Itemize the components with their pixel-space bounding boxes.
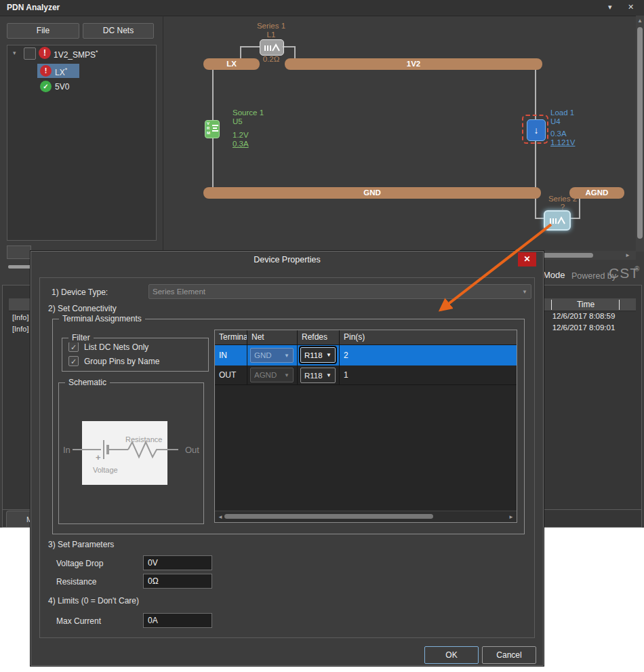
chevron-down-icon: ▼	[284, 353, 289, 359]
table-header-row: Terminal Net Refdes Pin(s)	[215, 330, 517, 345]
wire	[282, 46, 296, 47]
parameters-label: 3) Set Parameters	[48, 540, 114, 549]
load-refdes: U4	[550, 117, 561, 125]
source-voltage: 1.2V	[233, 131, 249, 139]
header-terminal: Terminal	[215, 330, 247, 344]
resistance-label: Resistance	[56, 577, 96, 587]
filter-label: Filter	[68, 333, 94, 342]
load-voltage[interactable]: 1.121V	[550, 138, 575, 146]
tree-row-lx-selected[interactable]: ! LX*	[37, 64, 79, 78]
cell-terminal: OUT	[215, 365, 247, 384]
tree-item-lx-label: LX*	[55, 66, 67, 77]
voltage-drop-field[interactable]	[143, 555, 212, 570]
schematic-resistance-label: Resistance	[125, 435, 162, 443]
cell-refdes: R118 ▼	[298, 365, 340, 384]
net-value: AGND	[254, 371, 277, 379]
refdes-dropdown[interactable]: R118 ▼	[300, 368, 336, 383]
window-close-icon[interactable]: ✕	[628, 3, 634, 12]
scroll-up-icon[interactable]: ▲	[637, 18, 643, 24]
load-name: Load 1	[550, 108, 574, 117]
source-current[interactable]: 0.3A	[233, 140, 249, 148]
schematic-symbol	[67, 416, 196, 490]
chevron-down-icon: ▼	[326, 372, 331, 378]
schematic-voltage-label: Voltage	[93, 466, 118, 474]
device-type-dropdown: Series Element ▼	[148, 284, 531, 299]
dialog-close-button[interactable]: ✕	[518, 252, 536, 266]
net-bar-lx[interactable]: LX	[203, 58, 260, 70]
cell-refdes: R118 ▼	[298, 345, 340, 365]
window-menu-icon[interactable]: ▾	[608, 3, 612, 12]
refdes-dropdown[interactable]: R118 ▼	[300, 347, 336, 363]
vrm-source-icon[interactable]: V R M	[205, 120, 220, 138]
device-properties-dialog: Device Properties ✕ 1) Device Type: Seri…	[31, 251, 544, 666]
limits-label: 4) Limits (0 = Don't Care)	[48, 596, 139, 606]
refdes-value: R118	[304, 351, 323, 359]
checkbox-group-pins[interactable]: ✓	[68, 356, 79, 366]
tree-expander-icon[interactable]: ▾	[13, 50, 16, 56]
table-row-out[interactable]: OUT AGND ▼ R118 ▼ 1	[215, 365, 517, 385]
checkbox-list-dc-nets-label[interactable]: List DC Nets Only	[84, 342, 148, 352]
net-tree-panel: ▾ ! 1V2_SMPS* ! LX* ✓ 5V0	[7, 45, 157, 241]
registered-mark: ®	[635, 265, 639, 273]
refdes-value: R118	[304, 372, 323, 380]
net-dropdown-gnd: GND ▼	[250, 348, 294, 363]
table-row-in[interactable]: IN GND ▼ R118 ▼ 2	[215, 345, 517, 365]
net-bar-1v2[interactable]: 1V2	[285, 58, 542, 70]
checkbox-list-dc-nets[interactable]: ✓	[68, 342, 79, 352]
message-row[interactable]: [Info]	[12, 313, 28, 321]
dc-nets-button[interactable]: DC Nets	[83, 23, 154, 39]
load-current: 0.3A	[550, 130, 567, 138]
wire	[240, 46, 260, 47]
series1-refdes: L1	[244, 31, 298, 39]
source-refdes: U5	[233, 117, 243, 125]
series1-component-icon[interactable]	[260, 39, 284, 56]
error-icon: !	[39, 47, 51, 59]
source-name: Source 1	[233, 108, 264, 117]
resistance-field[interactable]	[143, 574, 212, 589]
battery-bar	[213, 127, 217, 129]
max-current-field[interactable]	[143, 613, 212, 628]
chevron-down-icon: ▼	[522, 289, 527, 295]
dialog-title: Device Properties	[31, 252, 543, 268]
ok-check-icon: ✓	[40, 81, 52, 92]
terminal-assignments-label: Terminal Assignments	[59, 314, 145, 323]
tree-row-root[interactable]: ▾ ! 1V2_SMPS*	[7, 45, 156, 63]
voltage-drop-label: Voltage Drop	[56, 559, 103, 568]
message-time[interactable]: 12/6/2017 8:09:01	[529, 323, 638, 332]
vscroll-thumb[interactable]	[637, 27, 643, 239]
max-current-label: Max Current	[56, 616, 101, 626]
battery-resistor-glyph	[262, 43, 281, 53]
chevron-down-icon: ▼	[284, 372, 289, 378]
canvas-vscrollbar[interactable]: ▲	[636, 16, 644, 252]
load-icon[interactable]: ↓	[527, 119, 546, 141]
header-refdes: Refdes	[298, 330, 340, 344]
scroll-left-icon[interactable]: ◄	[218, 514, 223, 520]
file-button[interactable]: File	[7, 23, 79, 39]
cell-pins: 2	[340, 345, 517, 365]
vrm-letters: V R M	[207, 121, 210, 136]
tree-row-5v0[interactable]: ✓ 5V0	[37, 79, 153, 94]
scroll-right-icon[interactable]: ►	[508, 514, 514, 520]
slider-thumb[interactable]	[8, 265, 31, 269]
cell-pins: 1	[340, 365, 517, 384]
cancel-button[interactable]: Cancel	[482, 646, 536, 664]
tree-item-5v0-label: 5V0	[55, 82, 69, 92]
ok-button[interactable]: OK	[424, 646, 479, 664]
series2-name: Series 2	[536, 195, 590, 203]
message-time[interactable]: 12/6/2017 8:08:59	[529, 312, 638, 320]
tree-root-checkbox[interactable]	[24, 47, 36, 60]
tree-root-label: 1V2_SMPS*	[54, 49, 98, 60]
scroll-right-icon[interactable]: ►	[625, 252, 630, 258]
schematic-label: Schematic	[65, 378, 110, 387]
table-hscrollbar[interactable]: ◄ ►	[215, 511, 517, 522]
net-dropdown-agnd: AGND ▼	[250, 368, 294, 382]
checkbox-group-pins-label[interactable]: Group Pins by Name	[84, 357, 159, 366]
series2-component-icon[interactable]	[544, 210, 571, 231]
cell-terminal: IN	[215, 345, 247, 365]
net-bar-gnd[interactable]: GND	[203, 187, 541, 199]
table-hscroll-thumb[interactable]	[224, 514, 433, 519]
header-net: Net	[247, 330, 298, 344]
chevron-down-icon: ▼	[326, 352, 331, 358]
message-row[interactable]: [Info]	[12, 325, 28, 333]
hidden-button-stub[interactable]	[7, 245, 31, 259]
